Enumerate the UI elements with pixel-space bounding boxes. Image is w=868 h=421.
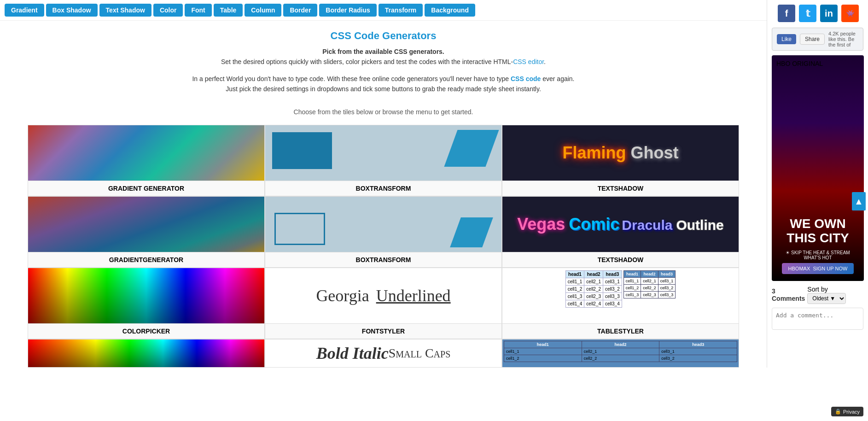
tablestyler-preview-1: head1head2head3 cell1_1cell2_1cell3_1 ce… [502, 268, 739, 323]
tablestyler-preview-2: head1head2head3 cell1_1cell2_1cell3_1 ce… [502, 339, 739, 367]
tile-fontstyler-2[interactable]: Bold Italic Small Caps [265, 339, 502, 368]
desc1-text: Set the desired options quickly with sli… [221, 58, 513, 65]
nav-btn-column[interactable]: Column [245, 4, 281, 17]
tile-label-colorpicker-1: COLORPICKER [28, 323, 264, 339]
box-shape-1 [272, 132, 332, 169]
ts-vegas: Vegas [517, 215, 565, 234]
sort-by-container: Sort by Oldest ▼ [807, 286, 863, 304]
subtitle-text: Pick from the available CSS generators. [322, 48, 444, 55]
nav-btn-font[interactable]: Font [185, 4, 211, 17]
ts-flaming: Flaming [562, 143, 626, 163]
mini-table-3: head1head2head3 cell1_1cell2_1cell3_1 ce… [504, 341, 737, 362]
box-shape-4 [450, 217, 493, 247]
nav-btn-box-shadow[interactable]: Box Shadow [46, 4, 98, 17]
sidebar: f 𝕥 in 👾 Like Share 4.2K people like thi… [767, 0, 868, 368]
colorpicker-preview-1 [28, 268, 264, 323]
ad-banner[interactable]: HBO ORIGINAL WE OWN THIS CITY ☀ SKIP THE… [772, 55, 864, 281]
nav-btn-color[interactable]: Color [153, 4, 183, 17]
ts-outline: Outline [676, 217, 723, 233]
tile-textshadow-2[interactable]: Vegas Comic Dracula Outline TEXTSHADOW [502, 196, 739, 268]
tile-gradient-2[interactable]: GRADIENTGENERATOR [28, 196, 265, 268]
comments-section: 3 Comments Sort by Oldest ▼ [772, 286, 863, 331]
tile-gradient-1[interactable]: GRADIENT GENERATOR [28, 125, 265, 196]
nav-btn-gradient[interactable]: Gradient [5, 4, 44, 17]
skip-heat-text: ☀ SKIP THE HEAT & STREAM WHAT'S HOT [779, 250, 857, 260]
fs-georgia: Georgia [316, 286, 369, 305]
ts-comic: Comic [569, 215, 619, 234]
fs-underlined: Underlined [376, 286, 451, 305]
linkedin-icon[interactable]: in [820, 5, 838, 22]
fs-bold-italic: Bold Italic [316, 344, 389, 363]
hbo-original-label: HBO ORIGINAL [776, 60, 823, 67]
choose-text: Choose from the tiles below or browse th… [0, 108, 767, 116]
textshadow-preview-2: Vegas Comic Dracula Outline [502, 197, 739, 252]
comments-count: 3 Comments [772, 287, 807, 302]
nav-btn-transform[interactable]: Transform [379, 4, 423, 17]
textshadow-preview-1: Flaming Ghost [502, 125, 739, 181]
twitter-icon[interactable]: 𝕥 [799, 5, 816, 22]
tile-boxtransform-1[interactable]: BOXTRANSFORM [265, 125, 502, 196]
ts-dracula: Dracula [622, 217, 672, 233]
tile-tablestyler-2[interactable]: head1head2head3 cell1_1cell2_1cell3_1 ce… [502, 339, 739, 368]
tile-label-textshadow-2: TEXTSHADOW [502, 252, 739, 267]
mini-table-1: head1head2head3 cell1_1cell2_1cell3_1 ce… [565, 270, 622, 308]
box-shape-3 [274, 213, 325, 245]
hbomax-button[interactable]: HBOMAX SIGN UP NOW [782, 263, 854, 274]
social-icons-row: f 𝕥 in 👾 [772, 5, 863, 22]
tile-boxtransform-2[interactable]: BOXTRANSFORM [265, 196, 502, 268]
reddit-icon[interactable]: 👾 [841, 5, 859, 22]
tile-label-gradient-2: GRADIENTGENERATOR [28, 252, 264, 267]
subtitle: Pick from the available CSS generators. … [18, 47, 748, 67]
tile-colorpicker-1[interactable]: COLORPICKER [28, 268, 265, 339]
tile-label-boxtransform-1: BOXTRANSFORM [265, 181, 501, 196]
nav-btn-border[interactable]: Border [283, 4, 317, 17]
gradient-preview-1 [28, 125, 264, 181]
page-title: CSS Code Generators [18, 30, 748, 42]
ad-title: WE OWN THIS CITY [779, 217, 857, 246]
tile-label-tablestyler-1: TABLESTYLER [502, 323, 739, 339]
nav-btn-text-shadow[interactable]: Text Shadow [99, 4, 151, 17]
tile-label-boxtransform-2: BOXTRANSFORM [265, 252, 501, 267]
scroll-up-button[interactable]: ▲ [852, 192, 866, 210]
tile-label-gradient-1: GRADIENT GENERATOR [28, 181, 264, 196]
fs-small-caps: Small Caps [389, 346, 451, 361]
tile-colorpicker-2[interactable] [28, 339, 265, 368]
sort-select[interactable]: Oldest ▼ [807, 293, 846, 304]
fontstyler-preview-2: Bold Italic Small Caps [265, 339, 501, 367]
sort-by-label: Sort by [807, 286, 827, 293]
tile-fontstyler-1[interactable]: Georgia Underlined FONTSTYLER [265, 268, 502, 339]
gradient-preview-2 [28, 197, 264, 252]
colorpicker-preview-2 [28, 339, 264, 367]
comments-header: 3 Comments Sort by Oldest ▼ [772, 286, 863, 304]
css-editor-link[interactable]: CSS editor [513, 58, 544, 65]
nav-btn-table[interactable]: Table [214, 4, 243, 17]
fb-like-bar: Like Share 4.2K people like this. Be the… [772, 28, 863, 51]
fb-share-button[interactable]: Share [800, 34, 825, 45]
boxtransform-preview-2 [265, 197, 501, 252]
fb-like-button[interactable]: Like [777, 34, 796, 44]
nav-btn-background[interactable]: Background [425, 4, 475, 17]
comment-input[interactable] [772, 308, 863, 330]
ts-ghost: Ghost [631, 143, 679, 163]
page-intro: CSS Code Generators Pick from the availa… [0, 21, 767, 104]
boxtransform-preview-1 [265, 125, 501, 181]
fontstyler-preview-1: Georgia Underlined [265, 268, 501, 323]
tile-label-fontstyler-1: FONTSTYLER [265, 323, 501, 339]
para1: In a perfect World you don't have to typ… [18, 74, 748, 94]
css-code-link[interactable]: CSS code [511, 75, 541, 82]
like-count: 4.2K people like this. Be the first of [828, 31, 858, 47]
tile-tablestyler-1[interactable]: head1head2head3 cell1_1cell2_1cell3_1 ce… [502, 268, 739, 339]
mini-table-2: head1head2head3 cell1_1cell2_1cell3_1 ce… [623, 270, 676, 298]
tiles-grid: GRADIENT GENERATOR BOXTRANSFORM Flaming … [0, 125, 767, 368]
facebook-icon[interactable]: f [778, 5, 795, 22]
tile-label-textshadow-1: TEXTSHADOW [502, 181, 739, 196]
box-shape-2 [444, 130, 499, 167]
nav-bar: GradientBox ShadowText ShadowColorFontTa… [0, 0, 767, 21]
nav-btn-border-radius[interactable]: Border Radius [319, 4, 376, 17]
tile-textshadow-1[interactable]: Flaming Ghost TEXTSHADOW [502, 125, 739, 196]
